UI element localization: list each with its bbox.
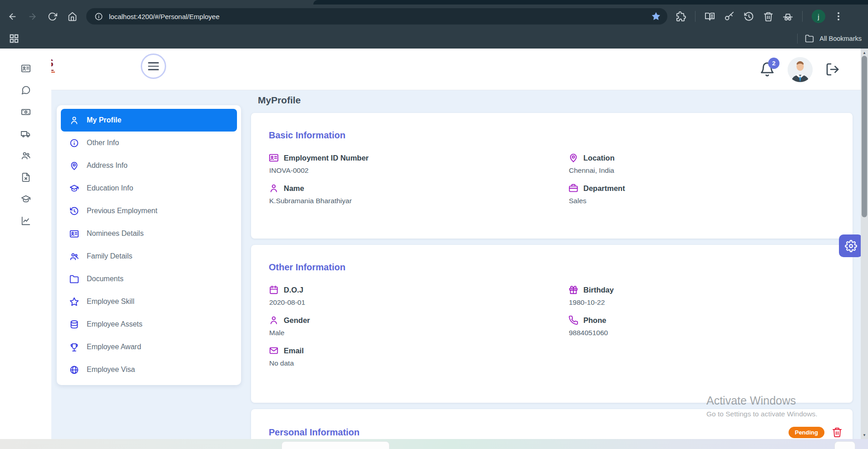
logout-icon[interactable]	[825, 62, 840, 77]
forward-icon[interactable]	[25, 9, 40, 24]
user-icon	[269, 315, 279, 325]
sidebar-item-employee-skill[interactable]: Employee Skill	[61, 290, 237, 313]
sidebar-item-label: Employee Award	[87, 343, 141, 351]
browser-menu-icon[interactable]	[834, 12, 843, 20]
section-title: Basic Information	[269, 130, 345, 141]
globe-icon	[69, 365, 79, 375]
sidebar-item-label: Other Info	[87, 139, 119, 147]
basic-information-card: Basic InformationEmployment ID NumberINO…	[251, 113, 853, 239]
sidebar-item-other-info[interactable]: Other Info	[61, 132, 237, 154]
notification-count-badge: 2	[768, 58, 779, 69]
extensions-icon[interactable]	[676, 11, 686, 22]
sidebar-toggle-button[interactable]	[141, 54, 166, 79]
rail-item-money[interactable]	[21, 107, 31, 119]
apps-grid-icon[interactable]	[9, 34, 19, 44]
idcard-icon	[69, 229, 79, 239]
sidebar-item-label: Family Details	[87, 252, 132, 260]
field-d-o-j: D.O.J2020-08-01	[269, 285, 568, 307]
sidebar-item-label: Employee Assets	[87, 320, 143, 328]
main-content: MyProfile Basic InformationEmployment ID…	[251, 90, 853, 449]
sidebar-item-my-profile[interactable]: My Profile	[61, 109, 237, 132]
idcard-icon	[21, 63, 31, 73]
file-x-icon	[21, 172, 31, 182]
gift-icon	[568, 285, 578, 295]
url-text[interactable]: localhost:4200/#/Personal/Employee	[109, 13, 651, 20]
delete-icon[interactable]	[832, 426, 843, 438]
sidebar-item-nominees-details[interactable]: Nominees Details	[61, 222, 237, 245]
user-icon	[269, 183, 279, 193]
scrollbar-thumb[interactable]	[862, 56, 867, 217]
field-phone: Phone9884051060	[568, 315, 835, 337]
app-header: IS 2	[0, 49, 861, 90]
collapsed-nav-rail	[0, 49, 51, 449]
incognito-icon[interactable]	[783, 11, 793, 22]
rail-item-chart[interactable]	[21, 216, 31, 228]
page-scrollbar[interactable]: ▲ ▼	[861, 49, 868, 439]
scroll-up-icon[interactable]: ▲	[861, 49, 868, 56]
gradcap-icon	[69, 184, 79, 193]
field-gender: GenderMale	[269, 315, 568, 337]
sidebar-item-family-details[interactable]: Family Details	[61, 245, 237, 268]
sidebar-item-employee-assets[interactable]: Employee Assets	[61, 313, 237, 336]
notifications-bell-icon[interactable]: 2	[760, 62, 775, 77]
rail-item-people[interactable]	[21, 151, 31, 162]
toolbar-divider	[695, 11, 695, 22]
history-icon[interactable]	[744, 11, 754, 22]
sidebar-item-documents[interactable]: Documents	[61, 268, 237, 290]
bookmark-star-icon[interactable]	[651, 11, 661, 21]
sidebar-item-education-info[interactable]: Education Info	[61, 177, 237, 200]
field-department: DepartmentSales	[568, 183, 835, 205]
sidebar-item-employee-visa[interactable]: Employee Visa	[61, 358, 237, 381]
passwords-key-icon[interactable]	[724, 11, 735, 22]
money-icon	[21, 107, 31, 117]
field-label: Gender	[284, 316, 310, 325]
rail-item-idcard[interactable]	[21, 63, 31, 75]
rail-item-truck[interactable]	[21, 129, 31, 141]
bottom-clipped-strip	[0, 439, 868, 449]
settings-fab[interactable]	[839, 234, 863, 257]
clear-browsing-trash-icon[interactable]	[763, 11, 774, 22]
sidebar-item-employee-award[interactable]: Employee Award	[61, 336, 237, 358]
field-label: Location	[583, 154, 615, 162]
clipped-input-field	[281, 441, 390, 449]
all-bookmarks[interactable]: All Bookmarks	[797, 34, 862, 44]
home-icon[interactable]	[64, 9, 80, 24]
trophy-icon	[69, 342, 79, 352]
history-icon	[69, 206, 79, 216]
browser-profile-avatar[interactable]: j	[812, 10, 825, 23]
field-location: LocationChennai, India	[568, 153, 835, 175]
field-employment-id-number: Employment ID NumberINOVA-0002	[269, 153, 568, 175]
field-label: D.O.J	[284, 286, 303, 294]
calendar-icon	[269, 285, 279, 295]
reading-list-icon[interactable]	[705, 11, 715, 22]
section-title: Other Information	[269, 262, 345, 273]
clipped-element	[834, 441, 855, 449]
bookmarks-divider	[797, 34, 798, 44]
field-value: Male	[269, 329, 568, 337]
folder-icon	[805, 34, 814, 43]
scroll-down-icon[interactable]: ▼	[861, 432, 868, 438]
field-value: 2020-08-01	[269, 298, 568, 307]
address-bar[interactable]: localhost:4200/#/Personal/Employee	[86, 8, 667, 24]
tab-strip-empty	[313, 0, 868, 5]
gradcap-icon	[21, 194, 31, 204]
sidebar-item-previous-employment[interactable]: Previous Employment	[61, 200, 237, 222]
page-title: MyProfile	[258, 95, 301, 106]
rail-item-file-x[interactable]	[21, 172, 31, 184]
site-info-icon[interactable]	[93, 10, 104, 22]
rail-item-chat[interactable]	[21, 85, 31, 97]
other-information-card: Other InformationD.O.J2020-08-01GenderMa…	[251, 245, 853, 403]
reload-icon[interactable]	[44, 9, 60, 24]
chat-icon	[21, 85, 31, 95]
pin-icon	[568, 153, 578, 163]
status-badge: Pending	[789, 427, 824, 438]
all-bookmarks-label: All Bookmarks	[819, 35, 862, 42]
field-value: Sales	[569, 197, 835, 205]
sidebar-item-address-info[interactable]: Address Info	[61, 154, 237, 177]
profile-section-menu: My ProfileOther InfoAddress InfoEducatio…	[57, 105, 241, 385]
rail-item-gradcap[interactable]	[21, 194, 31, 206]
people-icon	[69, 252, 79, 261]
user-avatar[interactable]	[788, 57, 813, 82]
mail-icon	[269, 346, 279, 356]
back-icon[interactable]	[5, 9, 20, 24]
